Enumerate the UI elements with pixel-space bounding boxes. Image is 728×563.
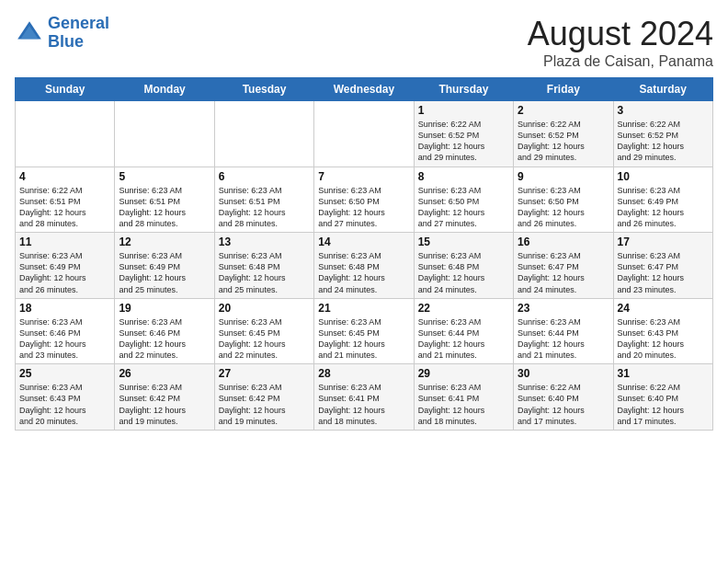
calendar-cell: 12Sunrise: 6:23 AMSunset: 6:49 PMDayligh… [115, 233, 214, 299]
title-block: August 2024 Plaza de Caisan, Panama [528, 15, 713, 70]
calendar-cell [16, 101, 115, 167]
calendar-cell [214, 101, 313, 167]
cell-info: Sunrise: 6:22 AMSunset: 6:40 PMDaylight:… [618, 382, 709, 427]
cell-info: Sunrise: 6:23 AMSunset: 6:51 PMDaylight:… [119, 185, 210, 230]
cell-day-number: 6 [219, 170, 310, 183]
calendar-cell: 8Sunrise: 6:23 AMSunset: 6:50 PMDaylight… [414, 167, 513, 233]
cell-day-number: 8 [418, 170, 509, 183]
day-header-monday: Monday [115, 78, 214, 101]
cell-day-number: 12 [119, 236, 210, 248]
cell-day-number: 11 [19, 236, 110, 248]
subtitle: Plaza de Caisan, Panama [528, 53, 713, 70]
week-row-3: 11Sunrise: 6:23 AMSunset: 6:49 PMDayligh… [16, 233, 713, 299]
calendar-cell: 1Sunrise: 6:22 AMSunset: 6:52 PMDaylight… [414, 101, 513, 167]
cell-info: Sunrise: 6:22 AMSunset: 6:52 PMDaylight:… [518, 119, 609, 164]
cell-day-number: 14 [318, 236, 409, 248]
calendar-cell: 16Sunrise: 6:23 AMSunset: 6:47 PMDayligh… [514, 233, 613, 299]
header-row: SundayMondayTuesdayWednesdayThursdayFrid… [16, 78, 713, 101]
calendar-cell: 19Sunrise: 6:23 AMSunset: 6:46 PMDayligh… [115, 298, 214, 364]
page: General Blue August 2024 Plaza de Caisan… [0, 0, 728, 563]
cell-day-number: 21 [318, 302, 409, 315]
cell-day-number: 28 [318, 367, 409, 380]
calendar-cell: 28Sunrise: 6:23 AMSunset: 6:41 PMDayligh… [314, 364, 414, 431]
cell-info: Sunrise: 6:23 AMSunset: 6:49 PMDaylight:… [618, 185, 709, 230]
cell-day-number: 9 [518, 170, 609, 183]
cell-info: Sunrise: 6:23 AMSunset: 6:42 PMDaylight:… [119, 382, 210, 427]
cell-day-number: 20 [219, 302, 310, 315]
calendar-cell: 4Sunrise: 6:22 AMSunset: 6:51 PMDaylight… [16, 167, 115, 233]
calendar-body: 1Sunrise: 6:22 AMSunset: 6:52 PMDaylight… [16, 101, 713, 431]
calendar-cell: 20Sunrise: 6:23 AMSunset: 6:45 PMDayligh… [214, 298, 313, 364]
cell-info: Sunrise: 6:23 AMSunset: 6:44 PMDaylight:… [518, 316, 609, 362]
calendar-cell: 9Sunrise: 6:23 AMSunset: 6:50 PMDaylight… [514, 167, 613, 233]
day-header-saturday: Saturday [613, 78, 712, 101]
calendar-cell: 29Sunrise: 6:23 AMSunset: 6:41 PMDayligh… [414, 364, 513, 431]
logo-blue: Blue [48, 32, 84, 51]
week-row-2: 4Sunrise: 6:22 AMSunset: 6:51 PMDaylight… [16, 167, 713, 233]
cell-day-number: 31 [618, 367, 709, 380]
week-row-1: 1Sunrise: 6:22 AMSunset: 6:52 PMDaylight… [16, 101, 713, 167]
cell-day-number: 10 [618, 170, 709, 183]
cell-info: Sunrise: 6:22 AMSunset: 6:52 PMDaylight:… [418, 119, 509, 164]
calendar-cell: 26Sunrise: 6:23 AMSunset: 6:42 PMDayligh… [115, 364, 214, 431]
cell-info: Sunrise: 6:23 AMSunset: 6:50 PMDaylight:… [318, 185, 409, 230]
cell-info: Sunrise: 6:23 AMSunset: 6:42 PMDaylight:… [219, 382, 310, 427]
week-row-4: 18Sunrise: 6:23 AMSunset: 6:46 PMDayligh… [16, 298, 713, 364]
calendar-cell: 2Sunrise: 6:22 AMSunset: 6:52 PMDaylight… [514, 101, 613, 167]
week-row-5: 25Sunrise: 6:23 AMSunset: 6:43 PMDayligh… [16, 364, 713, 431]
cell-day-number: 16 [518, 236, 609, 248]
calendar-cell: 18Sunrise: 6:23 AMSunset: 6:46 PMDayligh… [16, 298, 115, 364]
cell-info: Sunrise: 6:23 AMSunset: 6:49 PMDaylight:… [19, 250, 110, 295]
cell-day-number: 24 [618, 302, 709, 315]
cell-day-number: 5 [119, 170, 210, 183]
cell-info: Sunrise: 6:23 AMSunset: 6:51 PMDaylight:… [219, 185, 310, 230]
cell-info: Sunrise: 6:23 AMSunset: 6:41 PMDaylight:… [418, 382, 509, 427]
calendar-cell: 13Sunrise: 6:23 AMSunset: 6:48 PMDayligh… [214, 233, 313, 299]
calendar-cell: 6Sunrise: 6:23 AMSunset: 6:51 PMDaylight… [214, 167, 313, 233]
cell-day-number: 3 [618, 104, 709, 117]
cell-day-number: 27 [219, 367, 310, 380]
logo-icon [15, 18, 44, 48]
cell-info: Sunrise: 6:23 AMSunset: 6:43 PMDaylight:… [19, 382, 110, 427]
day-header-sunday: Sunday [16, 78, 115, 101]
cell-info: Sunrise: 6:22 AMSunset: 6:40 PMDaylight:… [518, 382, 609, 427]
calendar-cell: 3Sunrise: 6:22 AMSunset: 6:52 PMDaylight… [613, 101, 712, 167]
day-header-wednesday: Wednesday [314, 78, 414, 101]
cell-day-number: 17 [618, 236, 709, 248]
cell-day-number: 1 [418, 104, 509, 117]
cell-day-number: 18 [19, 302, 110, 315]
calendar-cell: 23Sunrise: 6:23 AMSunset: 6:44 PMDayligh… [514, 298, 613, 364]
cell-info: Sunrise: 6:23 AMSunset: 6:44 PMDaylight:… [418, 316, 509, 362]
cell-day-number: 25 [19, 367, 110, 380]
cell-info: Sunrise: 6:23 AMSunset: 6:46 PMDaylight:… [19, 316, 110, 362]
cell-day-number: 7 [318, 170, 409, 183]
logo: General Blue [15, 15, 109, 52]
cell-day-number: 19 [119, 302, 210, 315]
cell-info: Sunrise: 6:23 AMSunset: 6:50 PMDaylight:… [518, 185, 609, 230]
calendar-cell: 30Sunrise: 6:22 AMSunset: 6:40 PMDayligh… [514, 364, 613, 431]
header: General Blue August 2024 Plaza de Caisan… [15, 15, 713, 70]
calendar-cell: 5Sunrise: 6:23 AMSunset: 6:51 PMDaylight… [115, 167, 214, 233]
calendar-cell: 15Sunrise: 6:23 AMSunset: 6:48 PMDayligh… [414, 233, 513, 299]
cell-info: Sunrise: 6:23 AMSunset: 6:49 PMDaylight:… [119, 250, 210, 295]
cell-day-number: 4 [19, 170, 110, 183]
calendar-cell: 10Sunrise: 6:23 AMSunset: 6:49 PMDayligh… [613, 167, 712, 233]
calendar-cell: 14Sunrise: 6:23 AMSunset: 6:48 PMDayligh… [314, 233, 414, 299]
day-header-tuesday: Tuesday [214, 78, 313, 101]
cell-info: Sunrise: 6:23 AMSunset: 6:48 PMDaylight:… [418, 250, 509, 295]
cell-info: Sunrise: 6:23 AMSunset: 6:47 PMDaylight:… [618, 250, 709, 295]
calendar-table: SundayMondayTuesdayWednesdayThursdayFrid… [15, 77, 713, 431]
calendar-cell: 27Sunrise: 6:23 AMSunset: 6:42 PMDayligh… [214, 364, 313, 431]
calendar-cell: 21Sunrise: 6:23 AMSunset: 6:45 PMDayligh… [314, 298, 414, 364]
cell-day-number: 22 [418, 302, 509, 315]
day-header-thursday: Thursday [414, 78, 513, 101]
logo-general: General [48, 14, 109, 32]
cell-info: Sunrise: 6:23 AMSunset: 6:41 PMDaylight:… [318, 382, 409, 427]
calendar-header: SundayMondayTuesdayWednesdayThursdayFrid… [16, 78, 713, 101]
calendar-cell: 25Sunrise: 6:23 AMSunset: 6:43 PMDayligh… [16, 364, 115, 431]
cell-info: Sunrise: 6:22 AMSunset: 6:51 PMDaylight:… [19, 185, 110, 230]
cell-info: Sunrise: 6:23 AMSunset: 6:45 PMDaylight:… [318, 316, 409, 362]
cell-info: Sunrise: 6:23 AMSunset: 6:50 PMDaylight:… [418, 185, 509, 230]
calendar-cell: 7Sunrise: 6:23 AMSunset: 6:50 PMDaylight… [314, 167, 414, 233]
cell-day-number: 30 [518, 367, 609, 380]
